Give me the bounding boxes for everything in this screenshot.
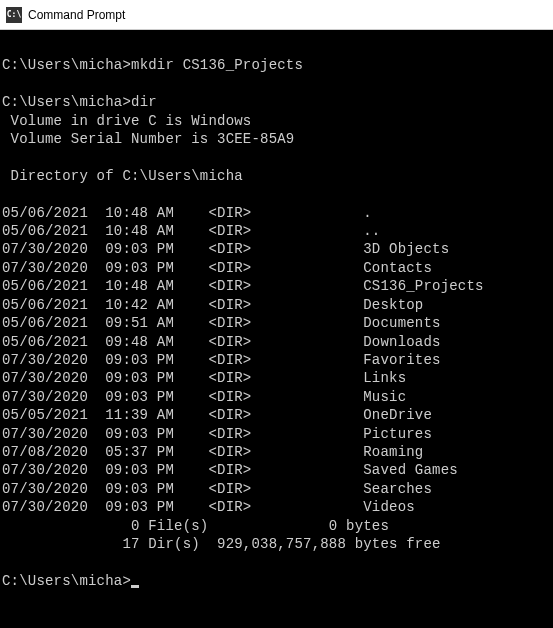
cmd-icon: C:\ — [6, 7, 22, 23]
window-title: Command Prompt — [28, 8, 125, 22]
command-mkdir: mkdir CS136_Projects — [131, 57, 303, 73]
directory-listing: 05/06/2021 10:48 AM <DIR> . 05/06/2021 1… — [2, 205, 484, 516]
summary-dirs: 17 Dir(s) 929,038,757,888 bytes free — [2, 536, 441, 552]
summary-files: 0 File(s) 0 bytes — [2, 518, 389, 534]
volume-line: Volume in drive C is Windows — [2, 113, 251, 129]
terminal-output[interactable]: C:\Users\micha>mkdir CS136_Projects C:\U… — [0, 30, 553, 592]
serial-line: Volume Serial Number is 3CEE-85A9 — [2, 131, 294, 147]
prompt: C:\Users\micha> — [2, 94, 131, 110]
cursor — [131, 585, 139, 588]
command-dir: dir — [131, 94, 157, 110]
directory-of-line: Directory of C:\Users\micha — [2, 168, 243, 184]
prompt: C:\Users\micha> — [2, 573, 131, 589]
prompt: C:\Users\micha> — [2, 57, 131, 73]
window-titlebar: C:\ Command Prompt — [0, 0, 553, 30]
